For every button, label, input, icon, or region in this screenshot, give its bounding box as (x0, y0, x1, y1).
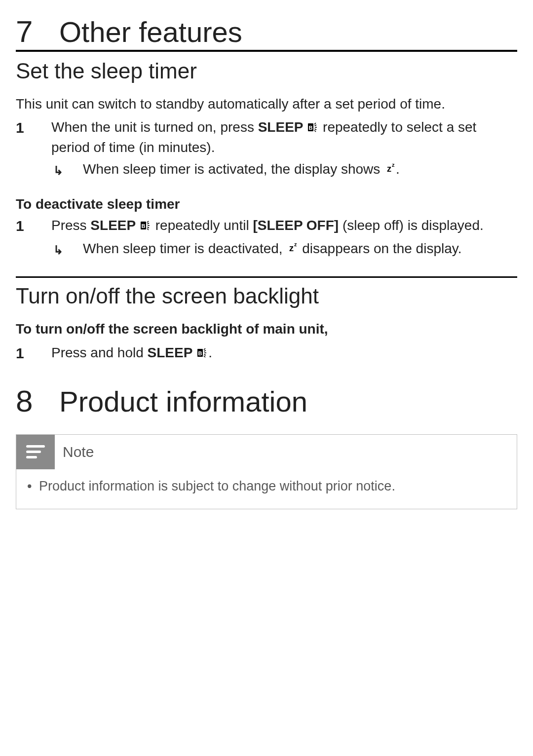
step-result: ↳ When sleep timer is activated, the dis… (51, 160, 517, 179)
svg-text:z: z (294, 241, 297, 247)
note-title: Note (55, 435, 94, 469)
result-arrow-icon: ↳ (53, 165, 63, 177)
deactivate-sleep-heading: To deactivate sleep timer (16, 196, 517, 212)
svg-line-6 (315, 129, 317, 130)
bullet-dot: • (27, 477, 39, 495)
svg-text:B: B (309, 125, 313, 131)
svg-line-15 (147, 227, 149, 228)
note-box: Note • Product information is subject to… (16, 434, 517, 509)
svg-rect-25 (26, 445, 45, 448)
svg-text:B: B (141, 223, 145, 229)
step-body: Press SLEEP B repeatedly until [SL (51, 216, 517, 258)
svg-line-23 (204, 350, 206, 351)
chapter-number: 8 (16, 383, 59, 418)
sleep-timer-intro: This unit can switch to standby automati… (16, 95, 517, 113)
result-text: When sleep timer is activated, the displ… (83, 160, 517, 179)
svg-line-11 (147, 221, 149, 223)
chapter-title: Other features (59, 15, 242, 48)
sleep-button-label: SLEEP (148, 345, 193, 360)
step-text: Press and hold SLEEP B . (51, 343, 517, 364)
svg-text:z: z (392, 162, 395, 168)
brightness-icon: B (140, 218, 152, 236)
step-number: 1 (16, 343, 51, 364)
sleep-timer-step-1: 1 When the unit is turned on, press SLEE… (16, 118, 517, 178)
sleep-button-label: SLEEP (90, 218, 136, 233)
sleep-off-display: [SLEEP OFF] (253, 218, 339, 233)
backlight-step-1: 1 Press and hold SLEEP B (16, 343, 517, 364)
step-body: When the unit is turned on, press SLEEP … (51, 118, 517, 178)
step-body: Press and hold SLEEP B . (51, 343, 517, 364)
result-arrow-icon: ↳ (53, 244, 63, 256)
step-number: 1 (16, 216, 51, 258)
note-icon (16, 435, 55, 469)
svg-line-22 (204, 356, 205, 357)
svg-line-2 (314, 123, 316, 124)
svg-text:z: z (289, 243, 294, 253)
svg-text:B: B (198, 350, 202, 356)
note-header: Note (16, 435, 517, 469)
svg-line-4 (314, 130, 316, 132)
deactivate-sleep-step-1: 1 Press SLEEP B (16, 216, 517, 258)
svg-line-20 (204, 348, 205, 350)
note-text: Product information is subject to change… (39, 477, 395, 495)
note-bullet: • Product information is subject to chan… (27, 477, 506, 495)
svg-rect-27 (26, 456, 37, 458)
step-text: When the unit is turned on, press SLEEP … (51, 118, 517, 157)
result-text: When sleep timer is deactivated, z z dis… (83, 239, 517, 258)
chapter-title: Product information (59, 385, 307, 418)
brightness-icon: B (196, 345, 208, 364)
backlight-intro: To turn on/off the screen backlight of m… (16, 320, 517, 338)
chapter-number: 7 (16, 14, 59, 49)
section-backlight-heading: Turn on/off the screen backlight (16, 276, 517, 308)
chapter-8-heading: 8 Product information (16, 383, 517, 419)
note-body: • Product information is subject to chan… (16, 469, 517, 509)
svg-line-5 (315, 125, 317, 126)
manual-page: 7 Other features Set the sleep timer Thi… (0, 0, 533, 529)
brightness-icon: B (307, 119, 319, 138)
svg-line-24 (204, 354, 206, 355)
step-result: ↳ When sleep timer is deactivated, z z d… (51, 239, 517, 258)
svg-line-14 (147, 223, 149, 224)
svg-line-13 (147, 228, 149, 230)
step-number: 1 (16, 118, 51, 178)
sleep-button-label: SLEEP (258, 119, 304, 135)
svg-rect-26 (26, 451, 41, 453)
section-sleep-timer-heading: Set the sleep timer (16, 59, 517, 83)
sleep-zz-icon: z z (384, 160, 396, 179)
chapter-7-heading: 7 Other features (16, 14, 517, 52)
step-text: Press SLEEP B repeatedly until [SL (51, 216, 517, 236)
svg-text:z: z (387, 164, 391, 174)
sleep-zz-icon: z z (286, 239, 298, 258)
